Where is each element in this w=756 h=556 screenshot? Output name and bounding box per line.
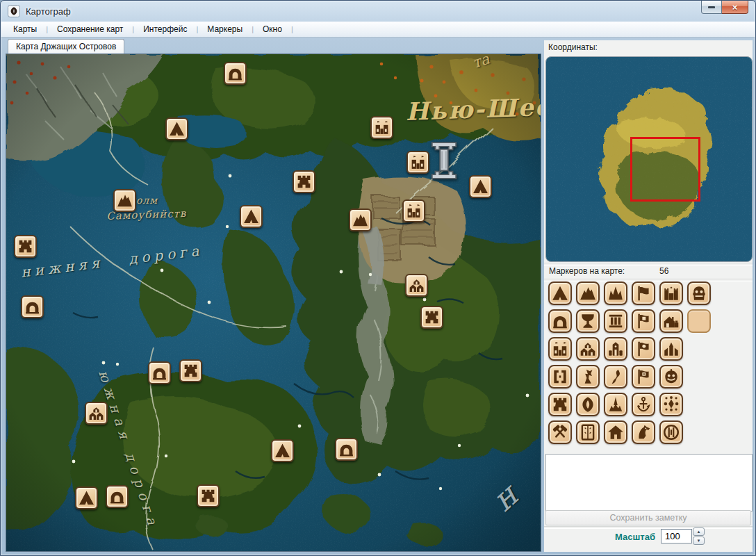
palette-icon-anchor[interactable] (632, 393, 655, 416)
titlebar[interactable]: Картограф × (1, 1, 755, 22)
map-marker-tent[interactable] (240, 205, 263, 228)
palette-icon-fort[interactable] (548, 393, 572, 416)
palette-icon-flag-emblem[interactable] (632, 309, 655, 333)
palette-icon-tent[interactable] (548, 281, 572, 305)
map-image (6, 54, 541, 551)
map-marker-village[interactable] (405, 274, 428, 297)
palette-icon-castle[interactable] (659, 281, 683, 305)
palette-icon-flag[interactable] (632, 281, 655, 305)
menu-item-интерфейс[interactable]: Интерфейс (135, 23, 195, 35)
tab-map[interactable]: Карта Држащих Островов (8, 39, 124, 54)
close-button[interactable]: × (722, 1, 748, 14)
map-marker-fort[interactable] (179, 359, 202, 382)
map-marker-fort[interactable] (293, 170, 315, 193)
map-marker-cave[interactable] (335, 438, 358, 461)
save-note-button[interactable]: Сохранить заметку (545, 510, 751, 525)
scale-label: Масштаб (586, 532, 655, 542)
minimap-viewport-rect[interactable] (630, 137, 700, 202)
palette-icon-castle-flags[interactable] (548, 337, 572, 361)
map-marker-fort[interactable] (14, 235, 37, 258)
menu-separator: | (131, 25, 135, 33)
menu-item-маркеры[interactable]: Маркеры (199, 23, 250, 35)
palette-icon-blank[interactable] (687, 309, 711, 333)
palette-icon-horse[interactable] (632, 420, 655, 444)
map-marker-mountain[interactable] (113, 189, 136, 212)
palette-icon-flag-plain[interactable] (632, 337, 655, 361)
palette-icon-church[interactable] (659, 337, 683, 361)
map-marker-cave[interactable] (21, 295, 44, 318)
palette-icon-door[interactable] (576, 420, 600, 444)
palette-icon-columns[interactable] (604, 309, 627, 333)
map-marker-cave[interactable] (224, 62, 247, 85)
palette-icon-farm[interactable] (659, 309, 683, 333)
divider (544, 263, 753, 265)
palette-icon-mountain[interactable] (576, 281, 600, 305)
palette-icon-statue[interactable] (576, 365, 600, 389)
palette-icon-village[interactable] (576, 337, 600, 361)
spin-up-icon: ▲ (697, 530, 701, 534)
map-marker-tent[interactable] (271, 439, 294, 462)
map-canvas[interactable]: Нью-ШеоттахолмСамоубийствнижняя дорогаюж… (6, 54, 541, 551)
markers-count-value: 56 (659, 266, 668, 276)
palette-icon-spire[interactable] (604, 393, 627, 416)
menu-separator: | (195, 25, 199, 33)
palette-icon-barrel[interactable] (659, 420, 683, 444)
menu-item-сохранение-карт[interactable]: Сохранение карт (49, 23, 131, 35)
map-marker-village[interactable] (85, 402, 108, 425)
menu-bar: Карты|Сохранение карт|Интерфейс|Маркеры|… (1, 22, 755, 38)
map-marker-castle-flags[interactable] (370, 116, 393, 139)
menu-separator: | (290, 25, 295, 33)
map-marker-tent[interactable] (469, 175, 492, 198)
map-marker-tent[interactable] (165, 117, 188, 140)
menu-separator: | (44, 25, 49, 33)
scale-input[interactable] (661, 529, 692, 543)
spin-down-button[interactable]: ▼ (693, 537, 705, 545)
map-marker-tent[interactable] (75, 486, 98, 509)
map-marker-fort[interactable] (197, 484, 220, 507)
palette-icon-cave[interactable] (548, 309, 572, 333)
palette-icon-chapel[interactable] (604, 337, 627, 361)
markers-count-label: Маркеров на карте: (549, 266, 625, 276)
palette-icon-goblet[interactable] (576, 309, 600, 333)
app-icon (8, 5, 20, 17)
minimap[interactable] (545, 56, 753, 262)
minimize-button[interactable] (701, 1, 722, 14)
map-marker-castle-flags[interactable] (406, 151, 429, 174)
side-panel: Координаты: (544, 40, 753, 552)
palette-icon-ornament[interactable] (659, 393, 683, 416)
palette-icon-pumpkin[interactable] (659, 365, 683, 389)
map-marker-cave[interactable] (148, 361, 171, 384)
close-icon: × (732, 3, 738, 12)
palette-icon-mine[interactable] (548, 420, 572, 444)
minimize-icon (708, 6, 715, 8)
palette-icon-flag-question[interactable] (632, 365, 655, 389)
menu-item-окно[interactable]: Окно (255, 23, 290, 35)
palette-icon-portal[interactable] (548, 365, 572, 389)
window-title: Картограф (26, 6, 71, 17)
spin-down-icon: ▼ (697, 539, 701, 543)
map-marker-castle-flags[interactable] (402, 199, 425, 222)
palette-icon-home[interactable] (604, 420, 627, 444)
map-marker-mountain[interactable] (349, 208, 372, 231)
palette-icon-oblivion-gate[interactable] (576, 393, 600, 416)
coordinates-label: Координаты: (548, 42, 598, 52)
map-marker-cave[interactable] (106, 485, 129, 508)
app-window: Картограф × Карты|Сохранение карт|Интерф… (0, 0, 756, 556)
spin-up-button[interactable]: ▲ (693, 528, 705, 536)
map-marker-grey-gate[interactable] (428, 140, 460, 181)
palette-icon-creature[interactable] (687, 281, 711, 305)
palette-icon-root[interactable] (604, 365, 627, 389)
menu-separator: | (250, 25, 255, 33)
divider (544, 526, 753, 529)
map-marker-fort[interactable] (420, 306, 443, 329)
menu-item-карты[interactable]: Карты (6, 23, 44, 35)
tab-strip: Карта Држащих Островов (6, 38, 541, 54)
palette-icon-shrine[interactable] (604, 281, 627, 305)
note-input[interactable] (545, 454, 753, 512)
